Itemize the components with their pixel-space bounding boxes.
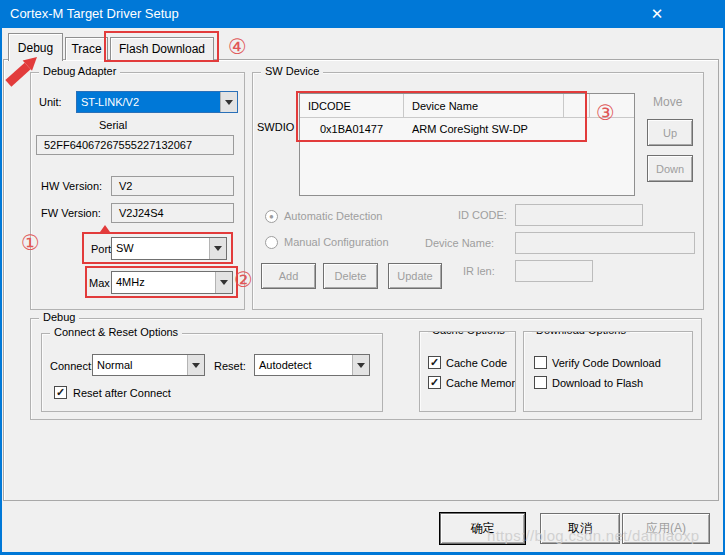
reset-after-connect-label: Reset after Connect: [73, 387, 171, 399]
connect-value: Normal: [93, 355, 187, 375]
tab-flash-download-label: Flash Download: [119, 42, 205, 56]
checkmark-icon: ✓: [430, 377, 439, 388]
automatic-detection-label: Automatic Detection: [284, 210, 382, 222]
hw-version-field: V2: [111, 176, 234, 196]
manual-configuration-label: Manual Configuration: [284, 236, 389, 248]
chevron-down-icon[interactable]: [209, 238, 226, 259]
reset-select[interactable]: Autodetect: [254, 354, 370, 376]
checkmark-icon: ✓: [430, 357, 439, 368]
checkmark-icon: ✓: [56, 387, 65, 398]
move-down-label: Down: [656, 163, 684, 175]
port-value: SW: [112, 238, 209, 259]
debug-adapter-group: Debug Adapter Unit: ST-LINK/V2 Serial 52…: [30, 72, 245, 310]
ok-button[interactable]: 确定: [440, 513, 525, 544]
tab-trace[interactable]: Trace: [65, 37, 108, 60]
max-clock-label: Max: [89, 277, 110, 289]
chevron-down-icon[interactable]: [220, 92, 237, 112]
unit-select[interactable]: ST-LINK/V2: [76, 91, 238, 113]
tab-flash-download[interactable]: Flash Download: [110, 37, 214, 60]
cache-code-label: Cache Code: [446, 357, 507, 369]
download-to-flash-checkbox[interactable]: [534, 376, 547, 389]
unit-value: ST-LINK/V2: [77, 92, 220, 112]
unit-label: Unit:: [39, 96, 62, 108]
ok-label: 确定: [471, 520, 495, 537]
window-border-left: [0, 28, 2, 555]
header-spacer: [564, 94, 590, 117]
reset-after-connect-checkbox[interactable]: ✓: [54, 386, 67, 399]
move-down-button[interactable]: Down: [647, 155, 693, 182]
table-header-row: IDCODE Device Name: [300, 94, 634, 118]
automatic-detection-radio[interactable]: ●: [265, 210, 278, 223]
id-code-label: ID CODE:: [458, 209, 507, 221]
add-button[interactable]: Add: [261, 263, 316, 289]
connect-reset-title: Connect & Reset Options: [50, 326, 182, 338]
download-options-group: Download Options Verify Code Download Do…: [523, 331, 693, 412]
debug-options-title: Debug: [39, 311, 79, 323]
titlebar[interactable]: Cortex-M Target Driver Setup ✕: [0, 0, 725, 28]
add-label: Add: [279, 270, 299, 282]
connect-reset-group: Connect & Reset Options Connect: Normal …: [41, 333, 383, 412]
delete-label: Delete: [335, 270, 367, 282]
cancel-button[interactable]: 取消: [540, 513, 620, 544]
cache-options-title: Cache Options: [428, 331, 509, 336]
download-options-title: Download Options: [532, 331, 630, 336]
debug-options-group: Debug Connect & Reset Options Connect: N…: [30, 318, 702, 420]
fw-version-label: FW Version:: [41, 207, 101, 219]
annotation-number-4: ④: [228, 36, 247, 58]
annotation-marker-port: [100, 225, 110, 232]
radio-dot: ●: [269, 213, 274, 221]
ir-len-label: IR len:: [463, 265, 495, 277]
target-driver-setup-dialog: Cortex-M Target Driver Setup ✕ Debug Tra…: [0, 0, 725, 555]
update-button[interactable]: Update: [388, 263, 442, 289]
chevron-down-icon[interactable]: [187, 355, 204, 375]
reset-value: Autodetect: [255, 355, 352, 375]
ir-len-field[interactable]: [515, 260, 593, 282]
apply-label: 应用(A): [646, 520, 686, 537]
connect-label: Connect:: [50, 360, 94, 372]
debug-adapter-title: Debug Adapter: [39, 65, 120, 77]
manual-configuration-radio[interactable]: [265, 236, 278, 249]
serial-label: Serial: [99, 119, 127, 131]
device-name-field[interactable]: [515, 232, 695, 254]
chevron-down-icon[interactable]: [352, 355, 369, 375]
window-title: Cortex-M Target Driver Setup: [10, 0, 179, 28]
device-name-label: Device Name:: [425, 237, 494, 249]
serial-field: 52FF64067267555227132067: [36, 135, 234, 155]
delete-button[interactable]: Delete: [323, 263, 378, 289]
hw-version-label: HW Version:: [41, 180, 102, 192]
chevron-down-icon[interactable]: [215, 272, 232, 293]
verify-code-download-checkbox[interactable]: [534, 356, 547, 369]
cache-memory-checkbox[interactable]: ✓: [428, 376, 441, 389]
table-row[interactable]: 0x1BA01477 ARM CoreSight SW-DP: [300, 118, 634, 140]
verify-code-download-label: Verify Code Download: [552, 357, 661, 369]
move-label: Move: [653, 95, 682, 109]
fw-version-field: V2J24S4: [111, 203, 234, 223]
max-clock-select[interactable]: 4MHz: [111, 271, 233, 294]
tab-trace-label: Trace: [71, 42, 101, 56]
download-to-flash-label: Download to Flash: [552, 377, 643, 389]
port-select[interactable]: SW: [111, 237, 227, 260]
move-up-button[interactable]: Up: [647, 119, 693, 146]
reset-label: Reset:: [214, 360, 246, 372]
id-code-field[interactable]: [515, 204, 643, 226]
sw-device-table[interactable]: IDCODE Device Name 0x1BA01477 ARM CoreSi…: [299, 93, 635, 196]
sw-device-group: SW Device SWDIO IDCODE Device Name 0x1BA…: [252, 72, 704, 310]
cell-device-name: ARM CoreSight SW-DP: [404, 123, 564, 135]
apply-button[interactable]: 应用(A): [622, 513, 710, 544]
cell-idcode: 0x1BA01477: [300, 123, 404, 135]
tab-debug[interactable]: Debug: [8, 33, 63, 61]
swdio-label: SWDIO: [257, 121, 294, 133]
header-idcode[interactable]: IDCODE: [300, 94, 404, 117]
close-button[interactable]: ✕: [643, 2, 671, 26]
update-label: Update: [397, 270, 432, 282]
connect-select[interactable]: Normal: [92, 354, 205, 376]
max-clock-value: 4MHz: [112, 272, 215, 293]
tab-debug-label: Debug: [18, 41, 53, 55]
cache-memory-label: Cache Memory: [446, 377, 516, 389]
header-device-name[interactable]: Device Name: [404, 94, 564, 117]
cache-options-group: Cache Options ✓ Cache Code ✓ Cache Memor…: [419, 331, 516, 412]
sw-device-title: SW Device: [261, 65, 323, 77]
move-up-label: Up: [663, 127, 677, 139]
close-icon: ✕: [651, 5, 664, 23]
cache-code-checkbox[interactable]: ✓: [428, 356, 441, 369]
